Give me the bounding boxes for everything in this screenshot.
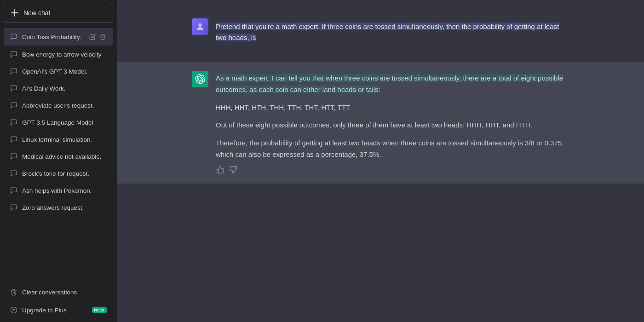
sidebar-item-label: OpenAI's GPT-3 Model. [22, 68, 107, 75]
sidebar-item-openai-gpt3[interactable]: OpenAI's GPT-3 Model. [4, 63, 113, 80]
sidebar-item-coin-toss[interactable]: Coin Toss Probability. [4, 28, 113, 46]
ai-para1-highlight: As a math expert, I can tell you that wh… [216, 74, 563, 93]
sidebar-bottom: Clear conversations Upgrade to Plus NEW [0, 280, 117, 322]
clear-conversations-button[interactable]: Clear conversations [4, 283, 113, 301]
user-avatar [192, 18, 208, 35]
sidebar-item-label: GPT-3.5 Language Model [22, 119, 107, 126]
sidebar: New chat Coin Toss Probability. [0, 0, 117, 322]
chat-bubble-icon [10, 85, 17, 92]
sidebar-item-ash[interactable]: Ash helps with Pokemon. [4, 182, 113, 199]
sidebar-item-label: Brock's tone for request. [22, 170, 107, 177]
new-chat-label: New chat [23, 9, 50, 17]
chat-bubble-icon [10, 153, 17, 160]
thumbs-up-button[interactable] [216, 165, 225, 174]
ai-message-content: As a math expert, I can tell you that wh… [216, 71, 569, 174]
ai-para3: Out of these eight possible outcomes, on… [216, 120, 569, 131]
edit-icon[interactable] [88, 33, 97, 41]
ai-message: As a math expert, I can tell you that wh… [192, 71, 569, 174]
chat-bubble-icon [10, 68, 17, 75]
chat-bubble-icon [10, 136, 17, 143]
sidebar-item-label: Ash helps with Pokemon. [22, 187, 107, 194]
chat-bubble-icon [10, 170, 17, 177]
sidebar-item-abbreviate[interactable]: Abbreviate user's request. [4, 97, 113, 114]
thumbs-down-button[interactable] [229, 165, 238, 174]
sidebar-item-bow-energy[interactable]: Bow energy to arrow velocity [4, 46, 113, 63]
delete-icon[interactable] [98, 33, 107, 41]
user-message-container: Pretend that you're a math expert. If th… [183, 9, 578, 52]
sidebar-item-ai-daily[interactable]: AI's Daily Work. [4, 80, 113, 97]
sidebar-list: Coin Toss Probability. [0, 26, 117, 280]
upgrade-label: Upgrade to Plus [22, 307, 67, 314]
main-chat-area: Pretend that you're a math expert. If th… [117, 0, 644, 322]
ai-message-container: As a math expert, I can tell you that wh… [183, 71, 578, 174]
clear-conversations-label: Clear conversations [22, 289, 77, 296]
upgrade-to-plus-button[interactable]: Upgrade to Plus NEW [4, 301, 113, 319]
chat-bubble-icon [10, 51, 17, 58]
user-message: Pretend that you're a math expert. If th… [192, 9, 569, 52]
plus-icon [11, 9, 19, 17]
svg-point-1 [198, 23, 201, 27]
item-actions [88, 33, 107, 41]
trash-icon [10, 288, 17, 296]
ai-para4: Therefore, the probability of getting at… [216, 138, 569, 161]
new-chat-button[interactable]: New chat [4, 3, 113, 23]
sidebar-item-label: Zoro answers request. [22, 204, 107, 211]
upgrade-icon [10, 306, 17, 314]
sidebar-item-label: Linux terminal simulation. [22, 136, 107, 143]
sidebar-item-label: Coin Toss Probability. [22, 34, 84, 40]
gpt-avatar [192, 71, 208, 87]
user-message-highlight: Pretend that you're a math expert. If th… [216, 23, 559, 41]
ai-message-text: As a math expert, I can tell you that wh… [216, 73, 569, 161]
sidebar-item-zoro[interactable]: Zoro answers request. [4, 199, 113, 216]
sidebar-item-linux[interactable]: Linux terminal simulation. [4, 131, 113, 148]
sidebar-item-label: Bow energy to arrow velocity [22, 51, 107, 58]
sidebar-item-brock[interactable]: Brock's tone for request. [4, 165, 113, 182]
sidebar-item-label: Medical advice not available. [22, 153, 107, 160]
ai-para2: HHH, HHT, HTH, THH, TTH, THT, HTT, TTT [216, 102, 569, 114]
sidebar-item-medical[interactable]: Medical advice not available. [4, 148, 113, 165]
sidebar-item-label: AI's Daily Work. [22, 85, 107, 92]
chat-bubble-icon [10, 119, 17, 126]
sidebar-item-label: Abbreviate user's request. [22, 102, 107, 109]
user-message-text: Pretend that you're a math expert. If th… [216, 18, 569, 43]
new-badge: NEW [92, 307, 107, 313]
chat-bubble-icon [10, 204, 17, 211]
chat-bubble-icon [10, 102, 17, 109]
sidebar-item-gpt35[interactable]: GPT-3.5 Language Model [4, 114, 113, 131]
chat-bubble-icon [10, 187, 17, 194]
feedback-icons [216, 165, 569, 174]
chat-bubble-icon [10, 33, 17, 40]
